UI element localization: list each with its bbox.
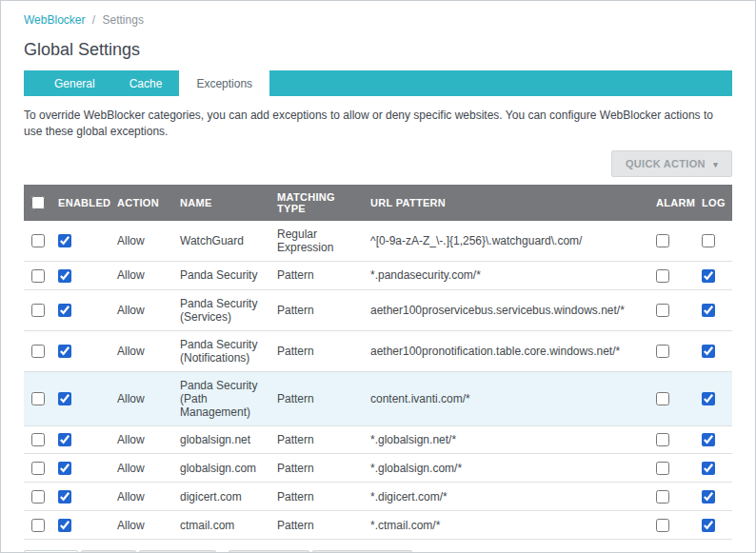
row-select-checkbox[interactable] xyxy=(31,392,45,405)
enabled-cell xyxy=(50,330,109,371)
enabled-cell xyxy=(50,511,109,540)
alarm-checkbox[interactable] xyxy=(656,304,669,317)
enabled-checkbox[interactable] xyxy=(58,462,71,475)
row-select-checkbox[interactable] xyxy=(31,433,45,446)
quick-action-button[interactable]: QUICK ACTION ▾ xyxy=(611,150,732,177)
log-checkbox[interactable] xyxy=(702,519,715,532)
name-cell: digicert.com xyxy=(172,483,269,511)
log-checkbox[interactable] xyxy=(702,392,715,405)
row-select-checkbox[interactable] xyxy=(31,345,45,358)
alarm-cell xyxy=(648,261,694,289)
webblocker-settings-page: WebBlocker / Settings Global Settings Ge… xyxy=(0,0,756,553)
enabled-checkbox[interactable] xyxy=(58,304,71,317)
action-cell: Allow xyxy=(109,454,172,483)
enabled-cell xyxy=(50,425,109,454)
table-row[interactable]: Allow globalsign.com Pattern *.globalsig… xyxy=(24,454,732,483)
table-row[interactable]: Allow Panda Security (Services) Pattern … xyxy=(24,289,732,330)
action-cell: Allow xyxy=(109,483,172,511)
table-row[interactable]: Allow digicert.com Pattern *.digicert.co… xyxy=(24,483,732,511)
header-log: LOG xyxy=(694,185,732,221)
name-cell: Panda Security (Services) xyxy=(172,289,269,330)
enabled-cell xyxy=(50,371,109,425)
alarm-cell xyxy=(648,371,694,425)
log-checkbox[interactable] xyxy=(702,234,715,247)
log-checkbox[interactable] xyxy=(702,304,715,317)
quick-action-label: QUICK ACTION xyxy=(626,158,706,169)
url-pattern-cell: *.pandasecurity.com/* xyxy=(363,261,648,289)
row-select-checkbox[interactable] xyxy=(31,234,45,247)
action-cell: Allow xyxy=(109,511,172,540)
alarm-checkbox[interactable] xyxy=(656,462,669,475)
select-cell xyxy=(24,221,50,262)
breadcrumb-webblocker-link[interactable]: WebBlocker xyxy=(24,13,85,27)
name-cell: Panda Security (Notifications) xyxy=(172,330,269,371)
matching-type-cell: Pattern xyxy=(269,371,363,425)
name-cell: ctmail.com xyxy=(172,511,269,540)
header-url-pattern: URL PATTERN xyxy=(363,185,648,221)
log-cell xyxy=(694,425,732,454)
url-pattern-cell: ^[0-9a-zA-Z_\-.]{1,256}\.watchguard\.com… xyxy=(363,221,648,262)
enabled-checkbox[interactable] xyxy=(58,433,71,446)
table-row[interactable]: Allow Panda Security Pattern *.pandasecu… xyxy=(24,261,732,289)
enabled-checkbox[interactable] xyxy=(58,234,71,247)
header-alarm: ALARM xyxy=(648,185,694,221)
alarm-checkbox[interactable] xyxy=(656,392,669,405)
matching-type-cell: Pattern xyxy=(269,483,363,511)
select-cell xyxy=(24,371,50,425)
alarm-cell xyxy=(648,425,694,454)
table-row[interactable]: Allow Panda Security (Path Management) P… xyxy=(24,371,732,425)
action-cell: Allow xyxy=(109,425,172,454)
alarm-checkbox[interactable] xyxy=(656,519,669,532)
table-row[interactable]: Allow Panda Security (Notifications) Pat… xyxy=(24,330,732,371)
alarm-cell xyxy=(648,483,694,511)
alarm-checkbox[interactable] xyxy=(656,490,669,504)
url-pattern-cell: *.globalsign.com/* xyxy=(363,454,648,483)
row-select-checkbox[interactable] xyxy=(31,462,45,475)
name-cell: globalsign.com xyxy=(172,454,269,483)
url-pattern-cell: *.digicert.com/* xyxy=(363,483,648,511)
select-all-checkbox[interactable] xyxy=(31,196,45,209)
select-cell xyxy=(24,483,50,511)
log-checkbox[interactable] xyxy=(702,433,715,446)
enabled-checkbox[interactable] xyxy=(58,490,71,504)
enabled-checkbox[interactable] xyxy=(58,392,71,405)
action-cell: Allow xyxy=(109,371,172,425)
log-cell xyxy=(694,330,732,371)
page-title: Global Settings xyxy=(24,40,732,60)
url-pattern-cell: *.ctmail.com/* xyxy=(363,511,648,540)
quick-action-row: QUICK ACTION ▾ xyxy=(24,150,732,177)
log-checkbox[interactable] xyxy=(702,269,715,283)
log-checkbox[interactable] xyxy=(702,462,715,475)
enabled-checkbox[interactable] xyxy=(58,345,71,358)
row-select-checkbox[interactable] xyxy=(31,304,45,317)
enabled-checkbox[interactable] xyxy=(58,269,71,283)
log-cell xyxy=(694,261,732,289)
alarm-checkbox[interactable] xyxy=(656,269,669,283)
select-cell xyxy=(24,261,50,289)
action-cell: Allow xyxy=(109,289,172,330)
alarm-checkbox[interactable] xyxy=(656,345,669,358)
tab-general[interactable]: General xyxy=(37,70,112,96)
log-cell xyxy=(694,221,732,262)
row-select-checkbox[interactable] xyxy=(31,519,45,532)
row-select-checkbox[interactable] xyxy=(31,269,45,283)
alarm-cell xyxy=(648,454,694,483)
action-cell: Allow xyxy=(109,221,172,262)
table-row[interactable]: Allow globalsign.net Pattern *.globalsig… xyxy=(24,425,732,454)
table-row[interactable]: Allow WatchGuard Regular Expression ^[0-… xyxy=(24,221,732,262)
alarm-cell xyxy=(648,330,694,371)
tab-exceptions[interactable]: Exceptions xyxy=(179,70,269,96)
log-cell xyxy=(694,289,732,330)
matching-type-cell: Pattern xyxy=(269,330,363,371)
url-pattern-cell: content.ivanti.com/* xyxy=(363,371,648,425)
table-row[interactable]: Allow ctmail.com Pattern *.ctmail.com/* xyxy=(24,511,732,540)
log-checkbox[interactable] xyxy=(702,345,715,358)
alarm-checkbox[interactable] xyxy=(656,234,669,247)
tab-cache[interactable]: Cache xyxy=(112,70,180,96)
enabled-checkbox[interactable] xyxy=(58,519,71,532)
alarm-cell xyxy=(648,221,694,262)
row-select-checkbox[interactable] xyxy=(31,490,45,504)
alarm-checkbox[interactable] xyxy=(656,433,669,446)
header-name: NAME xyxy=(172,185,269,221)
log-checkbox[interactable] xyxy=(702,490,715,504)
